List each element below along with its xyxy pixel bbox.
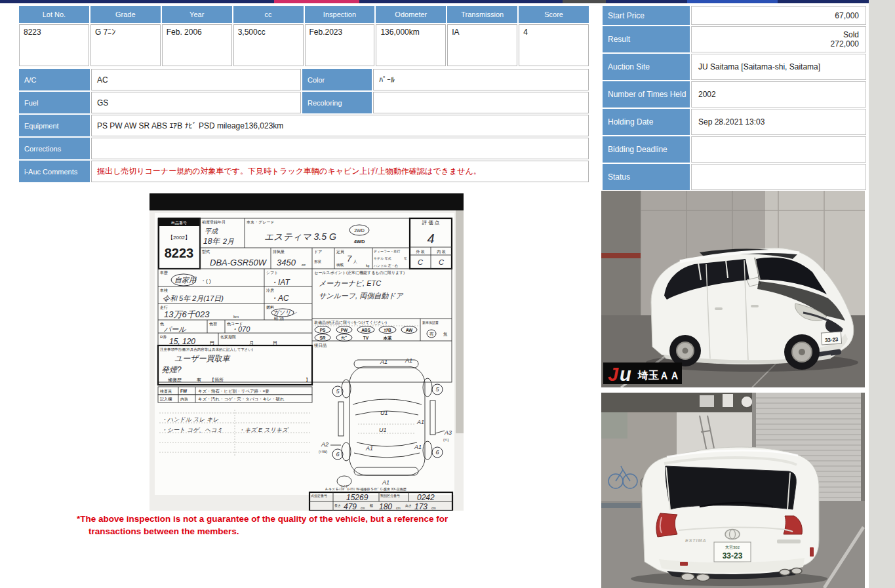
strip-segment <box>606 0 687 3</box>
details-row-fuel-recoloring: Fuel GS Recoloring <box>19 92 589 113</box>
first-reg-label: 初度登録年月 <box>202 220 226 225</box>
hand-note-3: ・キズ E スリキズ <box>239 427 289 433</box>
watermark-u: u <box>620 364 631 385</box>
first-reg-year: 18年 <box>203 237 220 246</box>
vehicle-summary-table: Lot No. Grade Year cc Inspection Odomete… <box>18 5 590 68</box>
r-ticket-label: R券 <box>160 335 167 339</box>
mark-a1-right-upper: A1 <box>416 419 424 425</box>
mileage-unit: km <box>233 315 239 319</box>
entry-code: 内装 <box>180 397 188 401</box>
ac-label: A/C <box>19 69 90 90</box>
times-held-label: Number of Times Held <box>603 81 690 108</box>
car-name-label: 車名・グレード <box>246 220 274 225</box>
month-label: 月 <box>249 340 254 345</box>
auction-info-table: Start Price 67,000 Result Sold 272,000 A… <box>601 5 867 191</box>
ceiling-box-2 <box>723 394 733 407</box>
result-status: Sold <box>698 30 859 39</box>
cc-value: 3,500cc <box>233 24 304 66</box>
mileage-value: 13万6千023 <box>164 309 210 319</box>
displacement-label: 排気量 <box>273 249 285 254</box>
shape-label: 形状 <box>314 260 322 264</box>
equipment-box-label: 装備品(純正品に限り○をつけてください) <box>314 320 387 325</box>
exterior-label: 外 装 <box>416 249 425 254</box>
class-no-label: 類別区分番号 <box>380 494 400 498</box>
disclaimer-line-1: *The above inspection is not a guarantee… <box>77 513 448 525</box>
holding-date-label: Holding Date <box>603 109 690 135</box>
lot-label: 出品番号 <box>171 220 187 225</box>
first-reg-month: 2月 <box>222 237 234 245</box>
col-header-score: Score <box>519 6 589 23</box>
transmission-value: IA <box>447 24 517 66</box>
capacity-value: 7 <box>347 254 352 264</box>
sales-points-label: セールスポイント(正常に機能するものに限ります) <box>314 271 405 275</box>
odometer-value: 136,000km <box>376 24 446 66</box>
auction-site-value: JU Saitama [Saitama-shi, Saitama] <box>691 54 866 80</box>
warranty-label: 新車保証書 <box>422 321 439 324</box>
score-value: 4 <box>427 231 434 246</box>
equip-tv: TV <box>363 336 369 340</box>
year-value: Feb. 2006 <box>162 24 232 66</box>
cooling-value: ・AC <box>270 294 289 303</box>
col-header-cc: cc <box>233 6 304 23</box>
mark-a1-bottom: A1 <box>382 479 389 486</box>
result-value: Sold 272,000 <box>691 26 866 52</box>
height-unit: cm <box>431 506 436 510</box>
entry-items: キズ・汚れ・コゲ・穴・タバコ・キレ・破れ <box>198 397 285 402</box>
fuel-value: GS <box>91 92 301 113</box>
model-year-label: モデル 年式 <box>374 256 391 260</box>
rear-plate-number: 33-23 <box>723 551 743 560</box>
handle-label: ハンドル 左・右 <box>373 264 398 267</box>
auction-row-site: Auction Site JU Saitama [Saitama-shi, Sa… <box>603 54 866 80</box>
vehicle-photo-rear[interactable]: ESTIMA 大宮302 33-23 <box>601 393 865 588</box>
load-label: 積載 <box>336 263 344 267</box>
details-row-equipment: Equipment PS PW AW SR ABS ｴｱB ﾅﾋﾞ PSD mi… <box>19 115 589 136</box>
estima-badge: ESTIMA <box>685 538 706 543</box>
details-row-iauc-comments: i-Auc Comments 掘出し売切りコーナー規約の対象車です。下見時トラッ… <box>19 161 589 182</box>
shaken-label: 車検 <box>159 288 168 292</box>
rear-license-plate: 大宮302 33-23 <box>714 542 751 562</box>
sheet-top-black-bar <box>149 193 464 210</box>
inspector-label: 検査員 <box>160 389 172 393</box>
car-name-value: エスティマ 3.5 G <box>264 231 336 242</box>
recolor-label: 色替 <box>209 322 217 326</box>
color-label: Color <box>302 69 372 90</box>
history-label: 車歴 <box>159 270 168 275</box>
mark-6-right: 6 <box>435 449 439 456</box>
iauc-comments-label: i-Auc Comments <box>19 161 90 182</box>
height-value: 173 <box>414 502 428 511</box>
strip-segment <box>359 0 563 3</box>
lot-number: 8223 <box>165 246 194 260</box>
class-no-value: 0242 <box>417 493 435 502</box>
width-unit: cm <box>396 506 401 510</box>
lot-no-value: 8223 <box>19 24 89 66</box>
equip-aw: AW <box>406 328 413 332</box>
col-header-transmission: Transmission <box>447 6 517 23</box>
equip-leather: 本革 <box>383 336 393 341</box>
auction-row-holding-date: Holding Date Sep 28.2021 13:03 <box>603 109 866 135</box>
times-held-value: 2002 <box>691 81 866 108</box>
vehicle-header-row: Lot No. Grade Year cc Inspection Odomete… <box>19 6 589 23</box>
model-label: 型式 <box>202 249 210 254</box>
hand-note-2: ・シート コゲ、ヘコミ <box>161 427 223 433</box>
corrections-label: Corrections <box>19 138 90 159</box>
start-price-label: Start Price <box>603 6 690 25</box>
iauc-comments-value: 掘出し売切りコーナー規約の対象車です。下見時トラック車輌のキャビン上げ/上物動作… <box>91 161 589 182</box>
shift-value: ・IAT <box>270 278 290 287</box>
details-table: A/C AC Color ﾊﾟｰﾙ Fuel GS Recoloring Equ… <box>18 68 590 184</box>
equipment-value: PS PW AW SR ABS ｴｱB ﾅﾋﾞ PSD mileage136,0… <box>91 115 589 136</box>
top-strip <box>0 0 895 3</box>
type-no-label: 式指定番号 <box>311 494 327 498</box>
inspection-value: Feb.2023 <box>305 24 375 66</box>
auction-site-label: Auction Site <box>603 54 690 80</box>
disclaimer: *The above inspection is not a guarantee… <box>77 513 448 538</box>
vehicle-photo-front[interactable]: 33-23 J u 埼玉ＡＡ <box>601 191 865 387</box>
equip-airbag: ｴｱB <box>384 328 391 332</box>
result-label: Result <box>603 26 690 52</box>
page: Lot No. Grade Year cc Inspection Odomete… <box>0 0 895 588</box>
watermark-j: J <box>608 364 619 385</box>
auction-sheet-image[interactable]: 出品番号 【2002】 8223 初度登録年月 平成 18年 2月 車名・グレー… <box>149 193 464 511</box>
mark-a3: A3 <box>444 429 452 436</box>
note-user-buyback: ユーザー買取車 <box>174 354 231 363</box>
rear-plate-region: 大宮302 <box>725 545 740 550</box>
auction-row-result: Result Sold 272,000 <box>603 26 866 52</box>
